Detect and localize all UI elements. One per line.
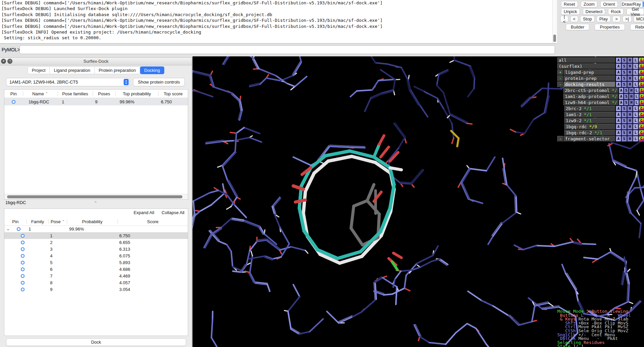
a-menu-button[interactable]: A — [616, 106, 621, 111]
pymol-command-input[interactable] — [19, 45, 555, 54]
a-menu-button[interactable]: A — [616, 82, 621, 87]
a-menu-button[interactable]: A — [616, 136, 621, 142]
molecular-viewport[interactable]: allASHLC(surflex)ASHLC+ligand-prepASHLC-… — [192, 56, 644, 347]
pin-radio[interactable] — [21, 247, 25, 251]
btn-button[interactable]: >| — [622, 16, 632, 22]
pose-row[interactable]: 84.057 — [4, 279, 188, 286]
pose-family-row[interactable]: ⌄199.96% — [4, 226, 188, 232]
column-header-pin[interactable]: Pin — [4, 219, 27, 224]
object-name-button[interactable]: ligand-prep — [564, 69, 615, 75]
zoom-button[interactable]: Zoom — [581, 1, 597, 7]
object-name-button[interactable]: 2brc-ct5-protomol*/ — [563, 88, 618, 93]
column-header-score[interactable]: Score — [118, 219, 188, 224]
a-menu-button[interactable]: A — [616, 130, 621, 136]
l-menu-button[interactable]: L — [634, 88, 639, 93]
h-menu-button[interactable]: H — [629, 88, 634, 93]
pin-radio[interactable] — [21, 261, 25, 264]
s-menu-button[interactable]: S — [624, 94, 629, 99]
pose-row[interactable]: 93.054 — [4, 286, 188, 293]
s-menu-button[interactable]: S — [621, 69, 627, 75]
horizontal-scrollbar-thumb[interactable] — [7, 195, 182, 198]
dock-button[interactable]: Dock — [6, 338, 186, 346]
c-menu-button[interactable]: C — [639, 124, 644, 130]
pose-row[interactable]: 46.075 — [4, 252, 188, 259]
l-menu-button[interactable]: L — [633, 82, 638, 87]
tab-project[interactable]: Project — [28, 66, 50, 74]
s-menu-button[interactable]: S — [624, 100, 629, 105]
a-menu-button[interactable]: A — [616, 112, 621, 117]
object-name-button[interactable]: protein-prep — [564, 76, 615, 81]
l-menu-button[interactable]: L — [633, 76, 638, 81]
a-menu-button[interactable]: A — [616, 76, 621, 81]
btn-button[interactable]: < — [570, 16, 578, 22]
pose-row[interactable]: 64.686 — [4, 266, 188, 272]
ligand-row[interactable]: 1bgq-RDC1999.96%6.750 — [4, 98, 188, 105]
rock-button[interactable]: Rock — [608, 8, 624, 15]
pin-radio[interactable] — [21, 281, 25, 285]
collapse-icon[interactable]: - — [557, 136, 563, 142]
h-menu-button[interactable]: H — [627, 124, 633, 130]
object-name-button[interactable]: 1bgq-rdc*/9 — [564, 124, 615, 130]
a-menu-button[interactable]: A — [619, 88, 624, 93]
l-menu-button[interactable]: L — [633, 106, 638, 111]
object-name-button[interactable]: (surflex) — [557, 63, 615, 69]
s-menu-button[interactable]: S — [621, 63, 627, 69]
collapse-all-link[interactable]: Collapse All — [162, 210, 184, 215]
h-menu-button[interactable]: H — [627, 118, 633, 123]
s-menu-button[interactable]: S — [624, 88, 629, 93]
l-menu-button[interactable]: L — [634, 94, 639, 99]
c-menu-button[interactable]: C — [639, 106, 644, 111]
log-scrollbar[interactable] — [552, 0, 557, 43]
h-menu-button[interactable]: H — [629, 94, 634, 99]
c-menu-button[interactable]: C — [639, 82, 644, 87]
object-name-button[interactable]: 1zw9-h64-protomol*/ — [563, 100, 618, 105]
l-menu-button[interactable]: L — [633, 136, 638, 142]
l-menu-button[interactable]: L — [633, 124, 638, 130]
c-menu-button[interactable]: C — [639, 118, 644, 123]
pin-radio[interactable] — [21, 288, 25, 291]
tab-docking[interactable]: Docking — [140, 66, 164, 74]
deselect-button[interactable]: Deselect — [583, 8, 605, 15]
c-menu-button[interactable]: C — [639, 112, 644, 117]
s-menu-button[interactable]: S — [621, 124, 627, 130]
mclear-button[interactable]: MClear — [634, 16, 644, 22]
c-menu-button[interactable]: C — [639, 130, 644, 136]
splitter-handle[interactable] — [95, 201, 96, 203]
h-menu-button[interactable]: H — [627, 136, 633, 142]
protein-combo-select[interactable]: 1AM1-ADP, 1ZW9-H64, 2BRC-CT5 — [6, 78, 130, 86]
pin-radio[interactable] — [21, 267, 25, 271]
column-header-family[interactable]: Family — [27, 219, 49, 224]
pin-radio[interactable] — [17, 227, 20, 231]
l-menu-button[interactable]: L — [633, 63, 638, 69]
rebuild-button[interactable]: Rebuild — [630, 24, 644, 30]
expand-all-link[interactable]: Expand All — [134, 210, 154, 215]
h-menu-button[interactable]: H — [627, 130, 633, 136]
btn-button[interactable]: |< — [560, 16, 568, 22]
column-header-pose-families[interactable]: Pose families — [58, 91, 93, 96]
c-menu-button[interactable]: C — [639, 94, 644, 99]
a-menu-button[interactable]: A — [616, 63, 621, 69]
play-button[interactable]: Play — [597, 16, 610, 22]
reset-button[interactable]: Reset — [561, 1, 578, 7]
h-menu-button[interactable]: H — [627, 57, 633, 63]
c-menu-button[interactable]: C — [639, 69, 644, 75]
object-name-button[interactable]: 1zw9-2*/1 — [564, 118, 615, 123]
pose-row[interactable]: 55.893 — [4, 259, 188, 266]
column-header-pose[interactable]: Pose⌃ — [49, 219, 67, 224]
pose-row[interactable]: 26.655 — [4, 239, 188, 246]
l-menu-button[interactable]: L — [633, 69, 638, 75]
pin-radio[interactable] — [21, 274, 25, 278]
s-menu-button[interactable]: S — [621, 136, 627, 142]
c-menu-button[interactable]: C — [639, 63, 644, 69]
pose-row[interactable]: 16.750 — [4, 232, 188, 239]
s-menu-button[interactable]: S — [621, 76, 627, 81]
a-menu-button[interactable]: A — [619, 94, 624, 99]
collapse-icon[interactable]: - — [557, 82, 563, 87]
btn-button[interactable]: > — [612, 16, 620, 22]
l-menu-button[interactable]: L — [633, 130, 638, 136]
l-menu-button[interactable]: L — [634, 100, 639, 105]
s-menu-button[interactable]: S — [621, 130, 627, 136]
object-name-button[interactable]: docking-results — [564, 82, 615, 87]
a-menu-button[interactable]: A — [619, 100, 624, 105]
a-menu-button[interactable]: A — [616, 118, 621, 123]
